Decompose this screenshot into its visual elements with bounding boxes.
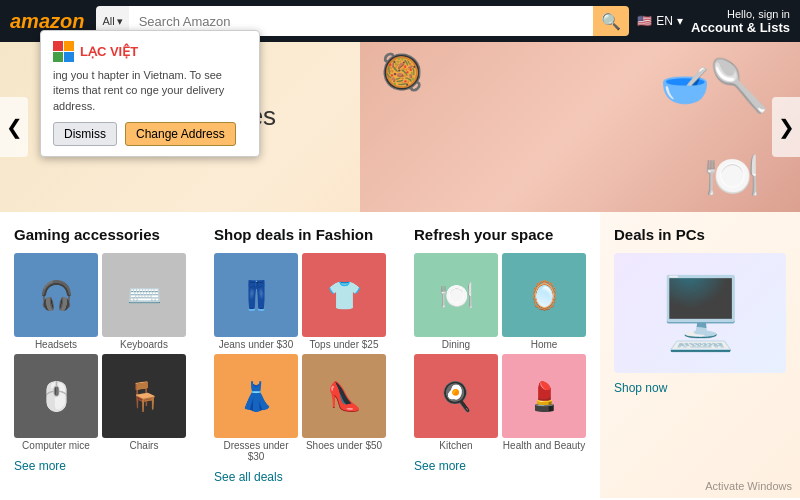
kitchen-label: Kitchen: [439, 440, 472, 451]
list-item[interactable]: 🪑 Chairs: [102, 354, 186, 451]
search-category-label: All: [102, 15, 114, 27]
list-item[interactable]: 💄 Health and Beauty: [502, 354, 586, 451]
health-beauty-label: Health and Beauty: [503, 440, 585, 451]
logo-sq4: [64, 52, 74, 62]
pc-tower-icon: 🖥️: [657, 272, 744, 354]
jeans-label: Jeans under $30: [219, 339, 294, 350]
list-item[interactable]: 👠 Shoes under $50: [302, 354, 386, 462]
refresh-card: Refresh your space 🍽️ Dining 🪞 Home 🍳 Ki…: [400, 212, 600, 498]
search-button[interactable]: 🔍: [593, 6, 629, 36]
pcs-card-title: Deals in PCs: [614, 226, 786, 243]
list-item[interactable]: ⌨️ Keyboards: [102, 253, 186, 350]
refresh-see-more[interactable]: See more: [414, 459, 586, 473]
dresses-label: Dresses under $30: [214, 440, 298, 462]
chair-thumbnail: 🪑: [102, 354, 186, 438]
refresh-card-title: Refresh your space: [414, 226, 586, 243]
lac-viet-brand-name: LẠC VIỆT: [80, 44, 138, 59]
health-beauty-thumbnail: 💄: [502, 354, 586, 438]
shoes-label: Shoes under $50: [306, 440, 382, 451]
language-label: EN: [656, 14, 673, 28]
lac-viet-popup: LẠC VIỆT ing you t hapter in Vietnam. To…: [40, 30, 260, 157]
kitchen-thumbnail: 🍳: [414, 354, 498, 438]
chevron-right-icon: ❯: [778, 115, 795, 139]
kitchen-plate-icon: 🍽️: [704, 149, 760, 202]
pcs-card: Deals in PCs 🖥️ Shop now: [600, 212, 800, 498]
hero-image: 🥄 🥣 🍽️ 🥘: [360, 42, 800, 212]
language-selector[interactable]: 🇺🇸 EN ▾: [637, 14, 683, 28]
logo-sq2: [64, 41, 74, 51]
account-list-label: Account & Lists: [691, 20, 790, 35]
gaming-see-more[interactable]: See more: [14, 459, 186, 473]
flag-icon: 🇺🇸: [637, 14, 652, 28]
hero-prev-button[interactable]: ❮: [0, 97, 28, 157]
fashion-card: Shop deals in Fashion 👖 Jeans under $30 …: [200, 212, 400, 498]
gaming-card-title: Gaming accessories: [14, 226, 186, 243]
lac-viet-logo-squares: [53, 41, 74, 62]
dining-thumbnail: 🍽️: [414, 253, 498, 337]
tops-label: Tops under $25: [310, 339, 379, 350]
change-address-button[interactable]: Change Address: [125, 122, 236, 146]
kitchen-whisk-icon: 🥘: [380, 52, 424, 93]
jeans-thumbnail: 👖: [214, 253, 298, 337]
lac-viet-logo: LẠC VIỆT: [53, 41, 247, 62]
kitchen-bowl-icon: 🥣: [660, 62, 710, 109]
product-cards-grid: Gaming accessories 🎧 Headsets ⌨️ Keyboar…: [0, 212, 800, 498]
fashion-items-grid: 👖 Jeans under $30 👕 Tops under $25 👗 Dre…: [214, 253, 386, 462]
list-item[interactable]: 👗 Dresses under $30: [214, 354, 298, 462]
shop-now-link[interactable]: Shop now: [614, 381, 786, 395]
fashion-see-all[interactable]: See all deals: [214, 470, 386, 484]
headset-thumbnail: 🎧: [14, 253, 98, 337]
pcs-main-image: 🖥️: [614, 253, 786, 373]
activate-windows-text: Activate Windows: [705, 480, 792, 492]
chair-label: Chairs: [130, 440, 159, 451]
list-item[interactable]: 🍽️ Dining: [414, 253, 498, 350]
list-item[interactable]: 🎧 Headsets: [14, 253, 98, 350]
dismiss-button[interactable]: Dismiss: [53, 122, 117, 146]
mouse-thumbnail: 🖱️: [14, 354, 98, 438]
fashion-card-title: Shop deals in Fashion: [214, 226, 386, 243]
keyboard-label: Keyboards: [120, 339, 168, 350]
list-item[interactable]: 👕 Tops under $25: [302, 253, 386, 350]
list-item[interactable]: 👖 Jeans under $30: [214, 253, 298, 350]
dining-label: Dining: [442, 339, 470, 350]
logo-sq3: [53, 52, 63, 62]
popup-description: ing you t hapter in Vietnam. To see item…: [53, 68, 247, 114]
chevron-left-icon: ❮: [6, 115, 23, 139]
list-item[interactable]: 🪞 Home: [502, 253, 586, 350]
tops-thumbnail: 👕: [302, 253, 386, 337]
home-label: Home: [531, 339, 558, 350]
chevron-down-icon: ▾: [677, 14, 683, 28]
shoes-thumbnail: 👠: [302, 354, 386, 438]
account-menu[interactable]: Hello, sign in Account & Lists: [691, 8, 790, 35]
search-icon: 🔍: [601, 12, 621, 31]
home-thumbnail: 🪞: [502, 253, 586, 337]
gaming-items-grid: 🎧 Headsets ⌨️ Keyboards 🖱️ Computer mice…: [14, 253, 186, 451]
popup-buttons: Dismiss Change Address: [53, 122, 247, 146]
headset-label: Headsets: [35, 339, 77, 350]
chevron-down-icon: ▾: [117, 15, 123, 28]
kitchen-utensils-icon: 🥄: [708, 57, 770, 115]
list-item[interactable]: 🍳 Kitchen: [414, 354, 498, 451]
hello-text: Hello, sign in: [691, 8, 790, 20]
hero-next-button[interactable]: ❯: [772, 97, 800, 157]
refresh-items-grid: 🍽️ Dining 🪞 Home 🍳 Kitchen 💄 Health and …: [414, 253, 586, 451]
gaming-card: Gaming accessories 🎧 Headsets ⌨️ Keyboar…: [0, 212, 200, 498]
list-item[interactable]: 🖱️ Computer mice: [14, 354, 98, 451]
logo-sq1: [53, 41, 63, 51]
mouse-label: Computer mice: [22, 440, 90, 451]
dresses-thumbnail: 👗: [214, 354, 298, 438]
keyboard-thumbnail: ⌨️: [102, 253, 186, 337]
